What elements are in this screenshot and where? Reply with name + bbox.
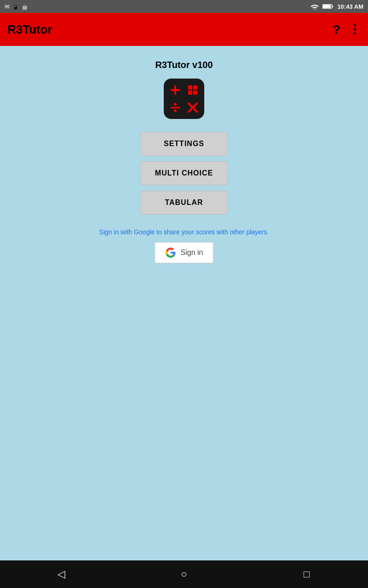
svg-rect-6 <box>188 85 192 90</box>
signin-section: Sign in with Google to share your scores… <box>99 228 269 263</box>
status-bar: 10:43 AM <box>0 0 368 13</box>
google-signin-label: Sign in <box>181 249 203 257</box>
google-signin-button[interactable]: Sign in <box>155 242 214 263</box>
signin-prompt: Sign in with Google to share your scores… <box>99 228 269 236</box>
svg-point-0 <box>314 9 316 10</box>
phone-icon <box>12 2 19 11</box>
svg-rect-9 <box>193 90 197 95</box>
svg-point-12 <box>174 109 177 112</box>
icon-divide <box>167 100 183 115</box>
icon-grid <box>185 82 201 98</box>
multi-choice-button[interactable]: MULTI CHOICE <box>140 161 228 185</box>
back-button[interactable]: ◁ <box>50 563 73 586</box>
svg-rect-2 <box>332 6 334 7</box>
app-icon <box>164 79 204 119</box>
wifi-icon <box>310 3 319 10</box>
app-bar-title: R3Tutor <box>7 23 52 37</box>
help-button[interactable]: ? <box>333 23 340 37</box>
main-content: R3Tutor v100 <box>0 46 368 560</box>
status-bar-left <box>5 2 28 11</box>
svg-point-11 <box>174 103 177 106</box>
app-version-title: R3Tutor v100 <box>155 60 213 70</box>
svg-rect-10 <box>171 107 180 108</box>
svg-rect-5 <box>171 89 180 91</box>
tabular-button[interactable]: TABULAR <box>140 191 228 215</box>
google-g-icon <box>165 247 176 258</box>
settings-button[interactable]: SETTINGS <box>140 132 228 156</box>
home-button[interactable]: ○ <box>172 563 196 586</box>
bottom-nav-bar: ◁ ○ □ <box>0 560 368 588</box>
app-bar-actions: ? ⋮ <box>333 23 361 37</box>
mail-icon <box>5 2 10 11</box>
battery-icon <box>322 3 334 10</box>
svg-rect-8 <box>188 90 192 95</box>
svg-rect-3 <box>323 5 331 8</box>
status-bar-right: 10:43 AM <box>310 3 363 10</box>
status-time: 10:43 AM <box>337 3 363 10</box>
recents-button[interactable]: □ <box>295 563 318 586</box>
android-icon <box>22 2 28 11</box>
overflow-menu-button[interactable]: ⋮ <box>349 23 361 37</box>
icon-x <box>185 100 201 115</box>
icon-plus <box>167 82 183 98</box>
app-bar: R3Tutor ? ⋮ <box>0 13 368 46</box>
svg-rect-7 <box>193 85 197 90</box>
